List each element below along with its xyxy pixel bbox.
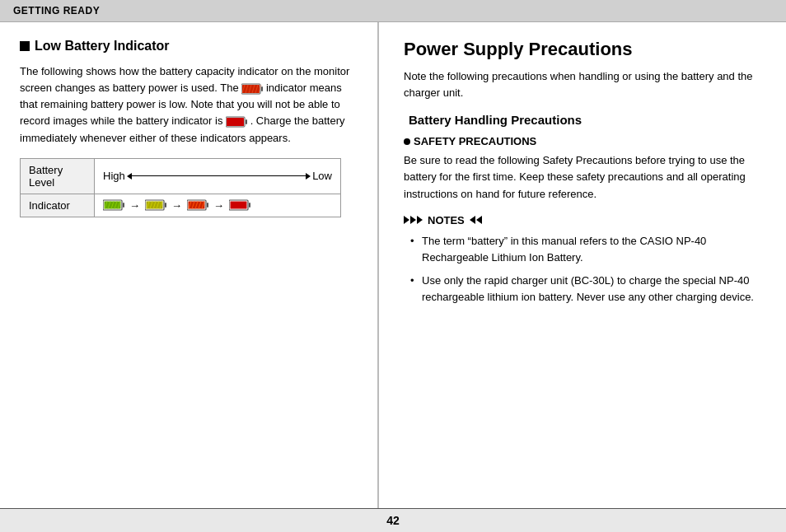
svg-rect-21 [165, 203, 166, 208]
notes-triangles-left [404, 216, 423, 224]
right-subsection-title-text: Battery Handling Precautions [409, 113, 582, 127]
indicator-label: Indicator [21, 194, 95, 217]
inline-battery-icon-1 [241, 83, 263, 95]
header-label: GETTING READY [13, 5, 100, 16]
indicator-icons: → [95, 194, 341, 217]
left-section-title: Low Battery Indicator [20, 39, 358, 54]
black-square-icon [20, 41, 30, 51]
svg-rect-11 [227, 118, 244, 126]
triangle-left-2 [476, 216, 482, 224]
arrow-3: → [213, 199, 224, 212]
left-section-title-text: Low Battery Indicator [35, 39, 170, 54]
right-intro-text: Note the following precautions when hand… [404, 68, 766, 101]
right-main-title: Power Supply Precautions [404, 39, 766, 60]
notes-title-container: NOTES [404, 214, 766, 226]
footer: 42 [0, 508, 786, 532]
notes-title-text: NOTES [428, 214, 465, 226]
low-label: Low [312, 170, 332, 182]
safety-title-container: SAFETY PRECAUTIONS [404, 135, 766, 147]
content-area: Low Battery Indicator The following show… [0, 22, 786, 508]
left-column: Low Battery Indicator The following show… [0, 22, 379, 508]
safety-title-text: SAFETY PRECAUTIONS [414, 135, 536, 147]
notes-list: The term “battery” in this manual refers… [404, 233, 766, 306]
inline-battery-icon-2 [226, 116, 247, 128]
high-label: High [103, 170, 125, 182]
arrow-2: → [171, 199, 182, 212]
notes-triangles-right [470, 216, 482, 224]
arrow-1: → [129, 199, 140, 212]
indicator-cells: → [103, 199, 332, 212]
battery-icon-2 [145, 199, 166, 211]
indicator-row: Indicator [21, 194, 341, 217]
battery-icon-3 [187, 199, 208, 211]
battery-level-row: Battery Level High Low [21, 158, 341, 194]
svg-rect-1 [261, 86, 263, 91]
high-low-container: High Low [103, 170, 332, 182]
battery-level-label: Battery Level [21, 158, 95, 194]
body-text: The following shows how the battery capa… [20, 63, 358, 147]
safety-text: Be sure to read the following Safety Pre… [404, 152, 766, 202]
svg-rect-10 [246, 119, 247, 124]
battery-icon-4 [229, 199, 250, 211]
right-column: Power Supply Precautions Note the follow… [379, 22, 786, 508]
triangle-right-3 [417, 216, 423, 224]
page-wrapper: GETTING READY Low Battery Indicator The … [0, 0, 786, 532]
svg-rect-38 [231, 202, 247, 209]
triangle-right-1 [404, 216, 409, 224]
svg-rect-29 [207, 203, 208, 208]
page-number: 42 [386, 514, 400, 527]
notes-section: NOTES The term “battery” in this manual … [404, 214, 766, 306]
bullet-dot-icon [404, 138, 410, 145]
battery-icon-1 [103, 199, 124, 211]
battery-table: Battery Level High Low Indicator [20, 158, 341, 217]
header-bar: GETTING READY [0, 0, 786, 22]
notes-item-1: The term “battery” in this manual refers… [410, 233, 766, 266]
arrow-line [130, 175, 307, 177]
triangle-right-2 [410, 216, 416, 224]
svg-rect-37 [249, 203, 250, 208]
triangle-left-1 [470, 216, 475, 224]
battery-level-range: High Low [95, 158, 341, 194]
right-subsection-title: Battery Handling Precautions [404, 113, 766, 127]
svg-rect-13 [123, 203, 124, 208]
arrow-container [130, 175, 307, 177]
notes-item-2: Use only the rapid charger unit (BC-30L)… [410, 273, 766, 306]
